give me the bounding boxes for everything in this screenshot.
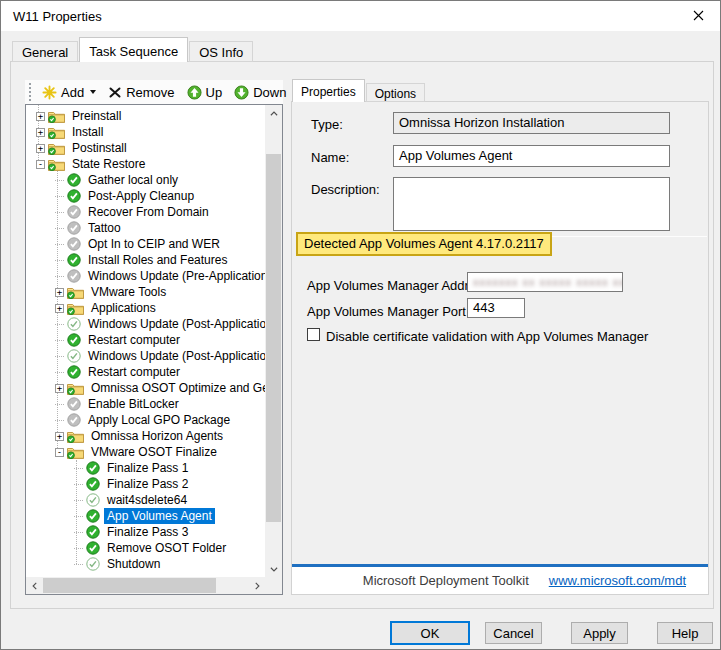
- tree-item-preinstall[interactable]: +Preinstall: [26, 108, 265, 124]
- tree-item-label: Windows Update (Post-Application Ins: [85, 316, 265, 332]
- tree-connector-stub: [74, 468, 83, 469]
- up-button[interactable]: Up: [182, 83, 228, 102]
- expand-plus-icon[interactable]: +: [36, 144, 45, 153]
- apply-button[interactable]: Apply: [571, 622, 628, 644]
- scroll-left-icon[interactable]: [26, 577, 43, 594]
- tree-connector-stub: [55, 244, 64, 245]
- mdt-link[interactable]: www.microsoft.com/mdt: [549, 573, 686, 588]
- tree-item-restart-computer[interactable]: Restart computer: [26, 364, 265, 380]
- tab-general[interactable]: General: [12, 41, 78, 62]
- tree-item-windows-update-post-application-ins[interactable]: Windows Update (Post-Application Ins: [26, 348, 265, 364]
- tree-connector-stub: [55, 324, 64, 325]
- collapse-minus-icon[interactable]: -: [55, 448, 64, 457]
- tree-horizontal-scrollbar[interactable]: [26, 577, 265, 594]
- close-icon: [693, 10, 704, 21]
- tree-item-vmware-tools[interactable]: +VMware Tools: [26, 284, 265, 300]
- tree-item-postinstall[interactable]: +Postinstall: [26, 140, 265, 156]
- tree-item-label: Opt In to CEIP and WER: [85, 236, 223, 252]
- close-button[interactable]: [676, 1, 720, 30]
- tab-options[interactable]: Options: [366, 83, 425, 102]
- tree-connector-stub: [55, 276, 64, 277]
- disable-cert-checkbox[interactable]: [307, 328, 320, 341]
- tree-item-opt-in-to-ceip-and-wer[interactable]: Opt In to CEIP and WER: [26, 236, 265, 252]
- tree-item-omnissa-horizon-agents[interactable]: +Omnissa Horizon Agents: [26, 428, 265, 444]
- properties-dialog: W11 Properties General Task Sequence OS …: [0, 0, 721, 650]
- tree-item-finalize-pass-3[interactable]: Finalize Pass 3: [26, 524, 265, 540]
- manager-address-field[interactable]: xxxxxxx xx xxxxx xxxxx xxx: [467, 272, 623, 292]
- name-field[interactable]: App Volumes Agent: [393, 145, 670, 167]
- ok-button[interactable]: OK: [390, 621, 470, 645]
- expand-plus-icon[interactable]: +: [36, 128, 45, 137]
- tree-connector-stub: [55, 356, 64, 357]
- tree-item-install[interactable]: +Install: [26, 124, 265, 140]
- add-button[interactable]: Add: [37, 83, 101, 102]
- tree-item-post-apply-cleanup[interactable]: Post-Apply Cleanup: [26, 188, 265, 204]
- tree-item-vmware-osot-finalize[interactable]: -VMware OSOT Finalize: [26, 444, 265, 460]
- description-label: Description:: [311, 182, 380, 197]
- tree-item-windows-update-pre-application-inst[interactable]: Windows Update (Pre-Application Inst: [26, 268, 265, 284]
- tree-item-omnissa-osot-optimize-and-generali[interactable]: +Omnissa OSOT Optimize and Generali: [26, 380, 265, 396]
- down-button[interactable]: Down: [229, 83, 291, 102]
- scroll-right-icon[interactable]: [248, 577, 265, 594]
- manager-port-field[interactable]: 443: [467, 298, 525, 318]
- check-pale-icon: [67, 349, 81, 363]
- task-sequence-tree: +Preinstall+Install+Postinstall-State Re…: [25, 104, 283, 595]
- tree-item-finalize-pass-1[interactable]: Finalize Pass 1: [26, 460, 265, 476]
- tree-item-app-volumes-agent[interactable]: App Volumes Agent: [26, 508, 265, 524]
- vertical-scroll-thumb[interactable]: [266, 154, 281, 522]
- tree-item-shutdown[interactable]: Shutdown: [26, 556, 265, 572]
- toolbar-grip[interactable]: [29, 83, 31, 101]
- tree-item-tattoo[interactable]: Tattoo: [26, 220, 265, 236]
- tree-item-recover-from-domain[interactable]: Recover From Domain: [26, 204, 265, 220]
- description-field[interactable]: [393, 177, 670, 231]
- tree-item-restart-computer[interactable]: Restart computer: [26, 332, 265, 348]
- remove-button[interactable]: Remove: [103, 83, 179, 102]
- tree-item-label: State Restore: [69, 156, 148, 172]
- tree-vertical-scrollbar[interactable]: [265, 105, 282, 577]
- tree-item-install-roles-and-features[interactable]: Install Roles and Features: [26, 252, 265, 268]
- tree-item-remove-osot-folder[interactable]: Remove OSOT Folder: [26, 540, 265, 556]
- help-button[interactable]: Help: [657, 622, 713, 644]
- tree-item-wait4sdelete64[interactable]: wait4sdelete64: [26, 492, 265, 508]
- scroll-down-icon[interactable]: [265, 560, 282, 577]
- tree-item-gather-local-only[interactable]: Gather local only: [26, 172, 265, 188]
- tab-properties[interactable]: Properties: [292, 79, 365, 102]
- tree-item-label: Finalize Pass 1: [104, 460, 191, 476]
- tree-item-label: Tattoo: [85, 220, 124, 236]
- tree-item-windows-update-post-application-ins[interactable]: Windows Update (Post-Application Ins: [26, 316, 265, 332]
- collapse-minus-icon[interactable]: -: [36, 160, 45, 169]
- check-green-icon: [86, 477, 100, 491]
- expand-plus-icon[interactable]: +: [55, 288, 64, 297]
- check-green-icon: [86, 509, 100, 523]
- tree-item-label: wait4sdelete64: [104, 492, 190, 508]
- check-green-icon: [67, 333, 81, 347]
- tree-connector-stub: [55, 180, 64, 181]
- tree-item-enable-bitlocker[interactable]: Enable BitLocker: [26, 396, 265, 412]
- folder-check-icon: [67, 430, 84, 443]
- add-starburst-icon: [42, 85, 57, 100]
- window-title: W11 Properties: [1, 9, 102, 24]
- cancel-button[interactable]: Cancel: [485, 622, 542, 644]
- scroll-up-icon[interactable]: [265, 105, 282, 122]
- properties-tab-page: [291, 101, 709, 595]
- tab-task-sequence[interactable]: Task Sequence: [79, 37, 188, 62]
- add-button-label: Add: [61, 85, 84, 100]
- folder-check-icon: [48, 110, 65, 123]
- tree-item-applications[interactable]: +Applications: [26, 300, 265, 316]
- down-button-label: Down: [253, 85, 286, 100]
- tree-item-state-restore[interactable]: -State Restore: [26, 156, 265, 172]
- tree-connector-stub: [74, 516, 83, 517]
- type-label: Type:: [311, 117, 343, 132]
- expand-plus-icon[interactable]: +: [55, 304, 64, 313]
- expand-plus-icon[interactable]: +: [55, 384, 64, 393]
- tree-item-label: Restart computer: [85, 364, 183, 380]
- tab-os-info[interactable]: OS Info: [189, 41, 253, 62]
- expand-plus-icon[interactable]: +: [55, 432, 64, 441]
- tree-item-label: Gather local only: [85, 172, 181, 188]
- check-green-icon: [67, 365, 81, 379]
- horizontal-scroll-thumb[interactable]: [43, 578, 216, 593]
- tree-connector-stub: [55, 228, 64, 229]
- tree-item-apply-local-gpo-package[interactable]: Apply Local GPO Package: [26, 412, 265, 428]
- tree-item-finalize-pass-2[interactable]: Finalize Pass 2: [26, 476, 265, 492]
- expand-plus-icon[interactable]: +: [36, 112, 45, 121]
